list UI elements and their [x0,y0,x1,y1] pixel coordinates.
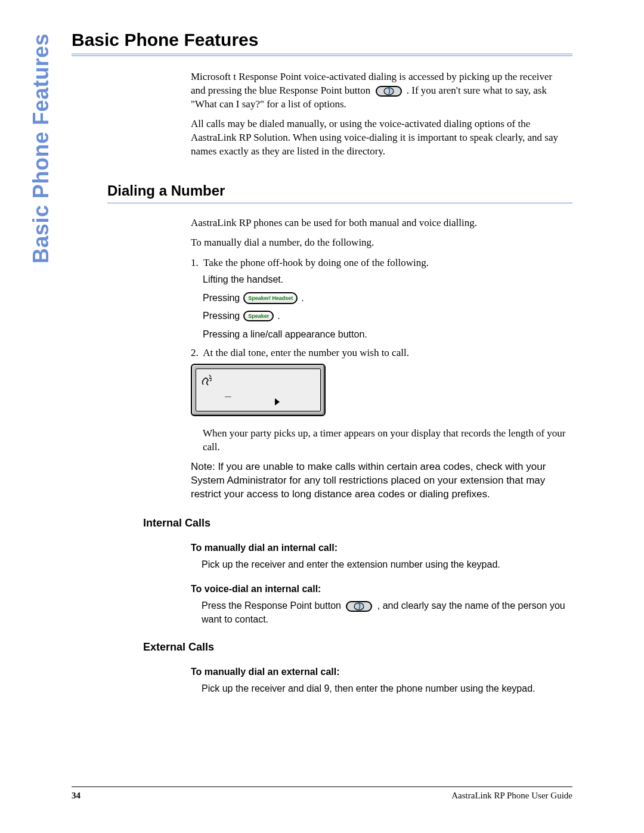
external-manual-heading: To manually dial an external call: [191,667,566,677]
step-1-sub-b: Pressing Speaker/ Headset . [203,292,566,305]
page: Basic Phone Features Basic Phone Feature… [0,0,644,833]
dialing-p2: To manually dial a number, do the follow… [191,236,566,250]
response-point-button-icon [346,600,372,613]
section-heading-dialing: Dialing a Number [107,182,572,199]
display-cursor-underscore: _ [225,385,231,397]
svg-point-5 [358,602,360,604]
side-running-title: Basic Phone Features [29,25,52,264]
step-1-text: Take the phone off-hook by doing one of … [203,257,429,268]
step-1-sub-d-text: Pressing a line/call appearance button. [203,328,367,341]
speaker-headset-key-icon: Speaker/ Headset [243,292,298,304]
doc-title-footer: AastraLink RP Phone User Guide [451,791,572,801]
content-area: Basic Phone Features Microsoft t Respons… [72,30,572,695]
step-2-label: 2. [191,347,199,358]
side-running-title-text: Basic Phone Features [29,25,54,264]
dialing-p1: AastraLink RP phones can be used for bot… [191,216,566,230]
step-2-text: At the dial tone, enter the number you w… [203,347,409,358]
step-1-sub-c: Pressing Speaker . [203,309,566,323]
external-manual-body: Pick up the receiver and dial 9, then en… [202,682,566,695]
note-label: Note: [191,461,215,472]
subheading-external-calls: External Calls [143,641,572,654]
step-1-sub-c-post: . [277,309,280,323]
handset-icon [201,373,222,391]
page-footer: 34 AastraLink RP Phone User Guide [72,786,572,801]
internal-manual-heading: To manually dial an internal call: [191,543,566,553]
internal-voice-body-a: Press the Response Point button [202,600,343,611]
step-2: 2. At the dial tone, enter the number yo… [191,346,566,360]
response-point-button-icon [376,85,402,98]
internal-voice-heading: To voice-dial an internal call: [191,584,566,594]
step-1: 1. Take the phone off-hook by doing one … [191,256,566,270]
internal-voice-block: To voice-dial an internal call: Press th… [191,584,566,625]
internal-manual-block: To manually dial an internal call: Pick … [191,543,566,571]
step-1-sub-c-pre: Pressing [203,309,240,323]
internal-voice-body: Press the Response Point button , and cl… [202,599,566,625]
internal-manual-body: Pick up the receiver and enter the exten… [202,558,566,571]
title-rule [72,54,572,56]
note-block: Note: If you are unable to make calls wi… [191,460,566,501]
intro-paragraph-1: Microsoft t Response Point voice-activat… [191,70,566,112]
svg-point-2 [388,88,389,89]
intro-block: Microsoft t Response Point voice-activat… [191,70,566,159]
step-1-label: 1. [191,257,199,268]
page-title: Basic Phone Features [72,30,572,50]
after-lcd-text: When your party picks up, a timer appear… [203,427,566,454]
external-manual-block: To manually dial an external call: Pick … [191,667,566,695]
speaker-key-icon: Speaker [243,311,274,321]
step-1-sub-b-post: . [301,292,304,305]
subheading-internal-calls: Internal Calls [143,517,572,529]
step-1-sub-a-text: Lifting the handset. [203,273,283,286]
cursor-right-icon [274,398,281,408]
step-1-sub-d: Pressing a line/call appearance button. [203,328,566,341]
dialing-body: AastraLink RP phones can be used for bot… [191,216,566,501]
phone-display-inner: _ [196,368,321,411]
page-number: 34 [72,791,80,801]
phone-display: _ [191,364,326,416]
section-rule [107,203,572,203]
step-1-sub-a: Lifting the handset. [203,273,566,286]
note-text: If you are unable to make calls within c… [191,461,546,500]
step-1-sub-b-pre: Pressing [203,292,240,305]
intro-paragraph-2: All calls may be dialed manually, or usi… [191,117,566,159]
